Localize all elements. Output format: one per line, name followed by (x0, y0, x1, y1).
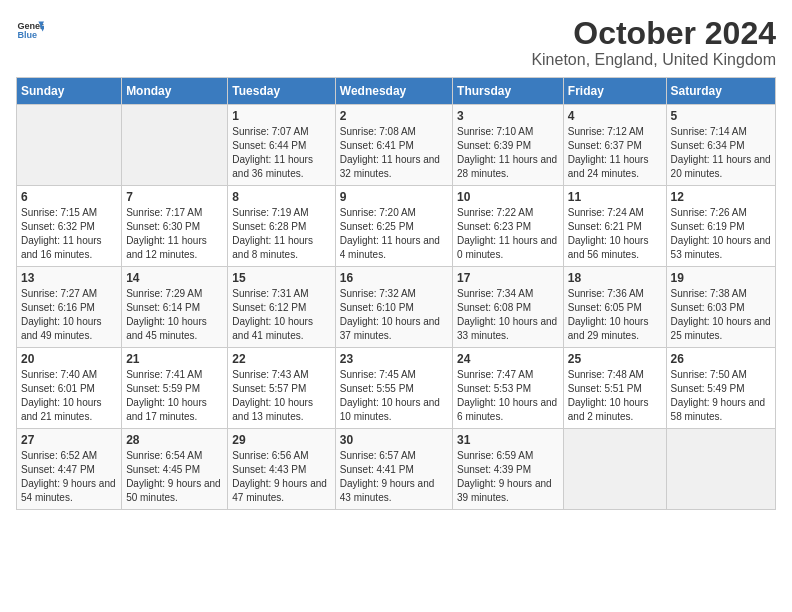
cell-details: Sunrise: 6:59 AMSunset: 4:39 PMDaylight:… (457, 449, 559, 505)
day-number: 23 (340, 352, 448, 366)
header-monday: Monday (122, 78, 228, 105)
logo: General Blue (16, 16, 44, 44)
calendar-cell: 22Sunrise: 7:43 AMSunset: 5:57 PMDayligh… (228, 348, 335, 429)
cell-details: Sunrise: 7:36 AMSunset: 6:05 PMDaylight:… (568, 287, 662, 343)
day-number: 13 (21, 271, 117, 285)
calendar-week-row: 13Sunrise: 7:27 AMSunset: 6:16 PMDayligh… (17, 267, 776, 348)
cell-details: Sunrise: 7:29 AMSunset: 6:14 PMDaylight:… (126, 287, 223, 343)
location-subtitle: Kineton, England, United Kingdom (531, 51, 776, 69)
header-saturday: Saturday (666, 78, 775, 105)
calendar-week-row: 20Sunrise: 7:40 AMSunset: 6:01 PMDayligh… (17, 348, 776, 429)
calendar-cell: 7Sunrise: 7:17 AMSunset: 6:30 PMDaylight… (122, 186, 228, 267)
day-number: 5 (671, 109, 771, 123)
calendar-cell: 11Sunrise: 7:24 AMSunset: 6:21 PMDayligh… (563, 186, 666, 267)
day-number: 20 (21, 352, 117, 366)
cell-details: Sunrise: 6:56 AMSunset: 4:43 PMDaylight:… (232, 449, 330, 505)
calendar-cell: 4Sunrise: 7:12 AMSunset: 6:37 PMDaylight… (563, 105, 666, 186)
calendar-cell: 20Sunrise: 7:40 AMSunset: 6:01 PMDayligh… (17, 348, 122, 429)
cell-details: Sunrise: 7:20 AMSunset: 6:25 PMDaylight:… (340, 206, 448, 262)
page-header: General Blue October 2024 Kineton, Engla… (16, 16, 776, 69)
calendar-cell: 30Sunrise: 6:57 AMSunset: 4:41 PMDayligh… (335, 429, 452, 510)
cell-details: Sunrise: 7:24 AMSunset: 6:21 PMDaylight:… (568, 206, 662, 262)
cell-details: Sunrise: 7:43 AMSunset: 5:57 PMDaylight:… (232, 368, 330, 424)
cell-details: Sunrise: 6:57 AMSunset: 4:41 PMDaylight:… (340, 449, 448, 505)
calendar-cell: 9Sunrise: 7:20 AMSunset: 6:25 PMDaylight… (335, 186, 452, 267)
calendar-cell: 15Sunrise: 7:31 AMSunset: 6:12 PMDayligh… (228, 267, 335, 348)
cell-details: Sunrise: 6:52 AMSunset: 4:47 PMDaylight:… (21, 449, 117, 505)
title-block: October 2024 Kineton, England, United Ki… (531, 16, 776, 69)
cell-details: Sunrise: 7:22 AMSunset: 6:23 PMDaylight:… (457, 206, 559, 262)
header-friday: Friday (563, 78, 666, 105)
day-number: 27 (21, 433, 117, 447)
cell-details: Sunrise: 7:26 AMSunset: 6:19 PMDaylight:… (671, 206, 771, 262)
cell-details: Sunrise: 7:47 AMSunset: 5:53 PMDaylight:… (457, 368, 559, 424)
day-number: 2 (340, 109, 448, 123)
day-number: 18 (568, 271, 662, 285)
calendar-table: Sunday Monday Tuesday Wednesday Thursday… (16, 77, 776, 510)
cell-details: Sunrise: 7:15 AMSunset: 6:32 PMDaylight:… (21, 206, 117, 262)
header-wednesday: Wednesday (335, 78, 452, 105)
calendar-cell: 26Sunrise: 7:50 AMSunset: 5:49 PMDayligh… (666, 348, 775, 429)
day-number: 15 (232, 271, 330, 285)
calendar-week-row: 6Sunrise: 7:15 AMSunset: 6:32 PMDaylight… (17, 186, 776, 267)
calendar-cell: 16Sunrise: 7:32 AMSunset: 6:10 PMDayligh… (335, 267, 452, 348)
calendar-cell: 10Sunrise: 7:22 AMSunset: 6:23 PMDayligh… (453, 186, 564, 267)
cell-details: Sunrise: 7:50 AMSunset: 5:49 PMDaylight:… (671, 368, 771, 424)
day-number: 31 (457, 433, 559, 447)
day-number: 17 (457, 271, 559, 285)
day-number: 12 (671, 190, 771, 204)
day-number: 16 (340, 271, 448, 285)
cell-details: Sunrise: 7:19 AMSunset: 6:28 PMDaylight:… (232, 206, 330, 262)
cell-details: Sunrise: 7:48 AMSunset: 5:51 PMDaylight:… (568, 368, 662, 424)
header-sunday: Sunday (17, 78, 122, 105)
day-number: 8 (232, 190, 330, 204)
cell-details: Sunrise: 7:14 AMSunset: 6:34 PMDaylight:… (671, 125, 771, 181)
calendar-cell: 13Sunrise: 7:27 AMSunset: 6:16 PMDayligh… (17, 267, 122, 348)
calendar-cell: 12Sunrise: 7:26 AMSunset: 6:19 PMDayligh… (666, 186, 775, 267)
calendar-cell (666, 429, 775, 510)
cell-details: Sunrise: 7:40 AMSunset: 6:01 PMDaylight:… (21, 368, 117, 424)
logo-icon: General Blue (16, 16, 44, 44)
day-number: 19 (671, 271, 771, 285)
calendar-cell: 28Sunrise: 6:54 AMSunset: 4:45 PMDayligh… (122, 429, 228, 510)
cell-details: Sunrise: 7:07 AMSunset: 6:44 PMDaylight:… (232, 125, 330, 181)
calendar-cell: 17Sunrise: 7:34 AMSunset: 6:08 PMDayligh… (453, 267, 564, 348)
calendar-cell: 5Sunrise: 7:14 AMSunset: 6:34 PMDaylight… (666, 105, 775, 186)
day-number: 28 (126, 433, 223, 447)
day-number: 14 (126, 271, 223, 285)
cell-details: Sunrise: 7:41 AMSunset: 5:59 PMDaylight:… (126, 368, 223, 424)
calendar-cell: 3Sunrise: 7:10 AMSunset: 6:39 PMDaylight… (453, 105, 564, 186)
day-number: 24 (457, 352, 559, 366)
cell-details: Sunrise: 7:45 AMSunset: 5:55 PMDaylight:… (340, 368, 448, 424)
day-number: 1 (232, 109, 330, 123)
day-number: 10 (457, 190, 559, 204)
day-number: 26 (671, 352, 771, 366)
day-number: 21 (126, 352, 223, 366)
cell-details: Sunrise: 7:31 AMSunset: 6:12 PMDaylight:… (232, 287, 330, 343)
day-number: 22 (232, 352, 330, 366)
calendar-week-row: 27Sunrise: 6:52 AMSunset: 4:47 PMDayligh… (17, 429, 776, 510)
day-number: 9 (340, 190, 448, 204)
day-number: 25 (568, 352, 662, 366)
calendar-cell: 6Sunrise: 7:15 AMSunset: 6:32 PMDaylight… (17, 186, 122, 267)
day-number: 6 (21, 190, 117, 204)
calendar-header-row: Sunday Monday Tuesday Wednesday Thursday… (17, 78, 776, 105)
calendar-cell (17, 105, 122, 186)
calendar-cell (563, 429, 666, 510)
cell-details: Sunrise: 7:17 AMSunset: 6:30 PMDaylight:… (126, 206, 223, 262)
day-number: 3 (457, 109, 559, 123)
calendar-cell (122, 105, 228, 186)
month-title: October 2024 (531, 16, 776, 51)
cell-details: Sunrise: 7:10 AMSunset: 6:39 PMDaylight:… (457, 125, 559, 181)
calendar-cell: 23Sunrise: 7:45 AMSunset: 5:55 PMDayligh… (335, 348, 452, 429)
day-number: 29 (232, 433, 330, 447)
calendar-cell: 1Sunrise: 7:07 AMSunset: 6:44 PMDaylight… (228, 105, 335, 186)
cell-details: Sunrise: 7:08 AMSunset: 6:41 PMDaylight:… (340, 125, 448, 181)
calendar-cell: 18Sunrise: 7:36 AMSunset: 6:05 PMDayligh… (563, 267, 666, 348)
calendar-cell: 2Sunrise: 7:08 AMSunset: 6:41 PMDaylight… (335, 105, 452, 186)
calendar-cell: 19Sunrise: 7:38 AMSunset: 6:03 PMDayligh… (666, 267, 775, 348)
calendar-cell: 31Sunrise: 6:59 AMSunset: 4:39 PMDayligh… (453, 429, 564, 510)
cell-details: Sunrise: 7:34 AMSunset: 6:08 PMDaylight:… (457, 287, 559, 343)
calendar-cell: 27Sunrise: 6:52 AMSunset: 4:47 PMDayligh… (17, 429, 122, 510)
cell-details: Sunrise: 7:27 AMSunset: 6:16 PMDaylight:… (21, 287, 117, 343)
